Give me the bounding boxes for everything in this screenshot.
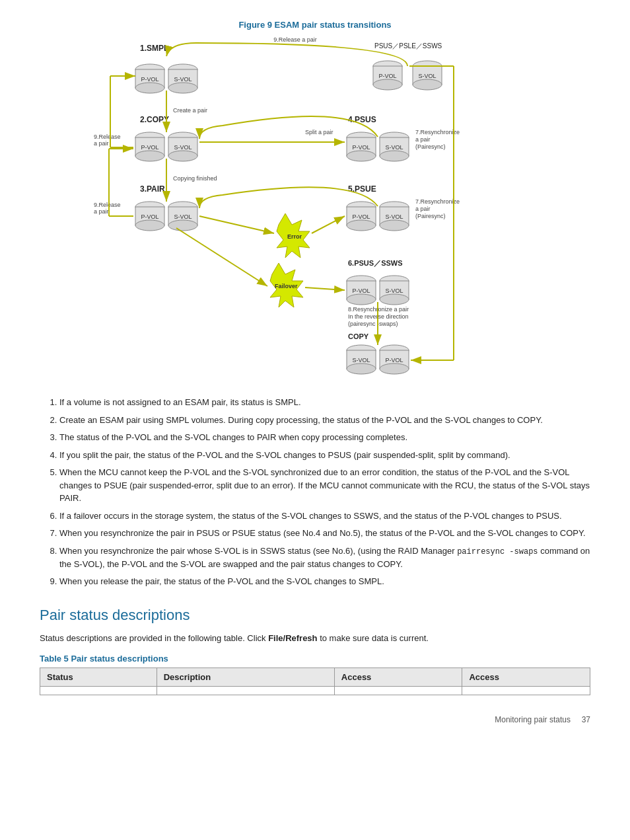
svg-text:P-VOL: P-VOL — [141, 144, 158, 151]
svg-text:1.SMPL: 1.SMPL — [140, 44, 168, 53]
svg-line-86 — [176, 228, 267, 286]
svg-text:PSUS／PSLE／SSWS: PSUS／PSLE／SSWS — [374, 42, 442, 50]
col-description: Description — [157, 668, 334, 687]
svg-text:8.Resynchronize a pair: 8.Resynchronize a pair — [348, 306, 409, 313]
svg-text:9.Release: 9.Release — [94, 202, 121, 208]
svg-text:Error: Error — [287, 233, 302, 240]
svg-text:3.PAIR: 3.PAIR — [140, 184, 165, 194]
svg-text:4.PSUS: 4.PSUS — [348, 115, 376, 124]
svg-text:a pair: a pair — [415, 136, 431, 143]
svg-text:P-VOL: P-VOL — [352, 213, 370, 220]
bold-text: File/Refresh — [268, 633, 317, 643]
svg-text:P-VOL: P-VOL — [378, 73, 396, 79]
svg-point-55 — [135, 220, 164, 231]
svg-point-41 — [347, 151, 376, 161]
section-heading: Pair status descriptions — [40, 607, 590, 624]
svg-text:Split a pair: Split a pair — [305, 129, 333, 135]
svg-point-19 — [413, 79, 442, 90]
svg-text:S-VOL: S-VOL — [352, 357, 370, 363]
svg-text:S-VOL: S-VOL — [418, 73, 436, 79]
svg-text:9.Release: 9.Release — [94, 134, 121, 140]
svg-point-74 — [347, 220, 376, 231]
svg-point-10 — [168, 83, 197, 93]
svg-text:(pairesync -swaps): (pairesync -swaps) — [348, 321, 398, 327]
table-header-row: Status Description Access Access — [40, 668, 590, 687]
svg-text:(Pairesync): (Pairesync) — [415, 143, 446, 150]
svg-text:a pair: a pair — [415, 206, 431, 212]
diagram-container: 1.SMPL P-VOL S-VOL PSUS／PSLE／SSWS P-VOL … — [40, 36, 590, 380]
table-caption: Table 5 Pair status descriptions — [40, 654, 590, 664]
list-item: When the MCU cannot keep the P-VOL and t… — [59, 466, 590, 505]
col-status: Status — [40, 668, 157, 687]
svg-text:P-VOL: P-VOL — [385, 357, 403, 363]
svg-line-96 — [305, 287, 345, 290]
svg-text:P-VOL: P-VOL — [352, 287, 370, 294]
svg-text:(Pairesync): (Pairesync) — [415, 213, 446, 219]
svg-text:P-VOL: P-VOL — [141, 76, 158, 83]
esam-diagram: 1.SMPL P-VOL S-VOL PSUS／PSLE／SSWS P-VOL … — [90, 36, 540, 380]
footer-section-label: Monitoring pair status — [495, 715, 571, 724]
svg-point-94 — [380, 294, 409, 305]
list-item: If a failover occurs in the storage syst… — [59, 510, 590, 523]
svg-point-15 — [373, 79, 402, 90]
svg-text:Copying finished: Copying finished — [173, 175, 217, 182]
svg-text:a pair: a pair — [94, 208, 109, 215]
page-footer: Monitoring pair status 37 — [40, 715, 590, 724]
svg-text:9.Release a pair: 9.Release a pair — [273, 36, 317, 43]
svg-text:S-VOL: S-VOL — [174, 213, 192, 220]
list-item: If a volume is not assigned to an ESAM p… — [59, 396, 590, 409]
list-item: Create an ESAM pair using SMPL volumes. … — [59, 414, 590, 427]
svg-point-29 — [168, 151, 197, 161]
list-item: The status of the P-VOL and the S-VOL ch… — [59, 431, 590, 444]
table-row — [40, 687, 590, 695]
list-item: When you resynchronize the pair whose S-… — [59, 545, 590, 571]
svg-point-45 — [380, 151, 409, 161]
svg-point-90 — [347, 294, 376, 305]
section-body: Status descriptions are provided in the … — [40, 632, 590, 645]
status-table: Status Description Access Access — [40, 668, 590, 695]
svg-text:Failover: Failover — [275, 283, 298, 289]
svg-text:6.PSUS／SSWS: 6.PSUS／SSWS — [348, 259, 403, 267]
svg-text:2.COPY: 2.COPY — [140, 115, 169, 124]
list-item: When you release the pair, the status of… — [59, 575, 590, 588]
svg-point-107 — [380, 363, 409, 374]
svg-text:P-VOL: P-VOL — [141, 213, 158, 220]
svg-text:S-VOL: S-VOL — [385, 287, 403, 294]
svg-line-70 — [199, 216, 274, 233]
list-item: If you split the pair, the status of the… — [59, 449, 590, 462]
col-access2: Access — [462, 668, 590, 687]
svg-text:7.Resynchronize: 7.Resynchronize — [415, 129, 460, 135]
svg-text:S-VOL: S-VOL — [385, 213, 403, 220]
figure-caption: Figure 9 ESAM pair status transitions — [40, 20, 590, 30]
svg-text:S-VOL: S-VOL — [385, 144, 403, 151]
svg-point-59 — [168, 220, 197, 231]
svg-text:S-VOL: S-VOL — [174, 144, 192, 151]
svg-point-103 — [347, 363, 376, 374]
svg-text:P-VOL: P-VOL — [352, 144, 370, 151]
svg-text:a pair: a pair — [94, 140, 109, 147]
list-item: When you resynchronize the pair in PSUS … — [59, 527, 590, 540]
svg-point-25 — [135, 151, 164, 161]
svg-text:COPY: COPY — [348, 332, 369, 340]
explanation-list: If a volume is not assigned to an ESAM p… — [59, 396, 590, 588]
svg-text:Create a pair: Create a pair — [173, 107, 207, 114]
page-number: 37 — [582, 715, 590, 724]
svg-line-80 — [312, 216, 345, 233]
svg-point-78 — [380, 220, 409, 231]
svg-point-6 — [135, 83, 164, 93]
svg-text:7.Resynchronize: 7.Resynchronize — [415, 198, 460, 205]
svg-text:S-VOL: S-VOL — [174, 76, 192, 83]
col-access1: Access — [334, 668, 462, 687]
